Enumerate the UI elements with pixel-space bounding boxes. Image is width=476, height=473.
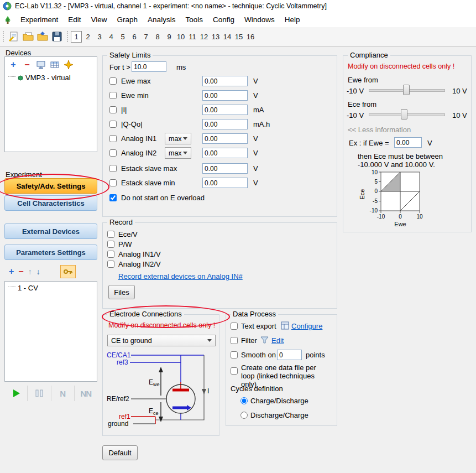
device-table-icon[interactable] bbox=[49, 59, 61, 70]
configure-link[interactable]: Configure bbox=[291, 322, 322, 330]
electrode-mode-select[interactable]: CE to ground bbox=[107, 335, 216, 346]
menu-config[interactable]: Config bbox=[208, 13, 239, 26]
channel-5-button[interactable]: 5 bbox=[117, 31, 128, 43]
channel-10-button[interactable]: 10 bbox=[175, 31, 186, 43]
analog-in1-value[interactable] bbox=[202, 133, 248, 144]
device-tree-item[interactable]: VMP3 - virtual bbox=[5, 71, 97, 84]
add-device-icon[interactable]: + bbox=[7, 59, 19, 70]
channel-11-button[interactable]: 11 bbox=[187, 31, 198, 43]
device-monitor-icon[interactable] bbox=[35, 59, 47, 70]
slider-thumb[interactable] bbox=[403, 85, 410, 95]
child-window-icon[interactable] bbox=[3, 15, 12, 24]
estack-slave-max-checkbox[interactable] bbox=[109, 165, 117, 172]
example-ewe-input[interactable] bbox=[394, 137, 422, 148]
channel-12-button[interactable]: 12 bbox=[198, 31, 210, 43]
record-ece-checkbox[interactable] bbox=[107, 231, 114, 238]
move-down-icon[interactable]: ↓ bbox=[36, 267, 40, 276]
per-loop-checkbox[interactable] bbox=[231, 367, 238, 375]
channel-9-button[interactable]: 9 bbox=[164, 31, 175, 43]
current-limit-value[interactable] bbox=[202, 105, 248, 115]
files-button[interactable]: Files bbox=[108, 285, 135, 299]
cell-characteristics-button[interactable]: Cell Characteristics bbox=[4, 195, 97, 211]
channel-1-button[interactable]: 1 bbox=[71, 31, 82, 43]
channel-14-button[interactable]: 14 bbox=[222, 31, 233, 43]
filter-checkbox[interactable] bbox=[231, 337, 238, 344]
analog-in2-mode-select[interactable]: max bbox=[165, 147, 191, 159]
charge-limit-value[interactable] bbox=[202, 119, 248, 129]
record-external-devices-link[interactable]: Record external devices on Analog IN# bbox=[118, 272, 243, 280]
open-experiment-button[interactable] bbox=[21, 29, 35, 44]
ece-from-slider[interactable] bbox=[369, 109, 445, 119]
device-flash-icon[interactable] bbox=[62, 59, 75, 70]
ewe-min-checkbox[interactable] bbox=[109, 92, 117, 99]
channel-15-button[interactable]: 15 bbox=[233, 31, 244, 43]
analog-in1-mode-select[interactable]: max bbox=[165, 133, 191, 144]
default-button[interactable]: Default bbox=[102, 445, 138, 460]
menu-experiment[interactable]: Experiment bbox=[15, 13, 63, 26]
save-button[interactable] bbox=[50, 29, 64, 44]
re-ref2-label: RE/ref2 bbox=[107, 395, 129, 403]
text-export-checkbox[interactable] bbox=[231, 323, 238, 330]
menu-analysis[interactable]: Analysis bbox=[143, 13, 180, 26]
menu-edit[interactable]: Edit bbox=[63, 13, 86, 26]
next-technique-button[interactable]: N bbox=[51, 386, 75, 401]
current-limit-checkbox[interactable] bbox=[109, 106, 117, 113]
pause-button[interactable] bbox=[28, 386, 51, 401]
edit-filter-link[interactable]: Edit bbox=[271, 336, 284, 345]
technique-tree-item[interactable]: 1 - CV bbox=[5, 282, 97, 294]
go-to-end-button[interactable]: NN bbox=[75, 386, 97, 401]
channel-7-button[interactable]: 7 bbox=[140, 31, 151, 43]
analog-in1-checkbox[interactable] bbox=[109, 135, 117, 142]
compliance-group: Compliance Modify on disconnected cells … bbox=[343, 55, 472, 232]
load-settings-button[interactable] bbox=[35, 29, 50, 44]
analog-in2-checkbox[interactable] bbox=[109, 149, 117, 157]
record-power-checkbox[interactable] bbox=[107, 241, 114, 248]
move-up-icon[interactable]: ↑ bbox=[28, 267, 32, 276]
smooth-checkbox[interactable] bbox=[231, 351, 238, 358]
estack-slave-min-value[interactable] bbox=[202, 178, 248, 188]
slider-thumb[interactable] bbox=[401, 109, 407, 119]
add-technique-icon[interactable]: + bbox=[9, 267, 14, 276]
key-button[interactable] bbox=[60, 265, 76, 278]
channel-8-button[interactable]: 8 bbox=[152, 31, 163, 43]
toolbar-grip[interactable] bbox=[3, 31, 4, 42]
channel-16-button[interactable]: 16 bbox=[245, 31, 256, 43]
smooth-points-input[interactable] bbox=[277, 350, 302, 360]
new-settings-button[interactable] bbox=[7, 29, 21, 44]
less-information-link[interactable]: << Less information bbox=[348, 126, 411, 134]
external-devices-button[interactable]: External Devices bbox=[4, 223, 97, 239]
for-t-input[interactable] bbox=[132, 61, 166, 72]
remove-device-icon[interactable]: − bbox=[21, 59, 33, 70]
estack-slave-max-value[interactable] bbox=[202, 163, 248, 174]
titlebar: EC-Lab V11.32 - [VMP3 - virtual, channel… bbox=[0, 0, 476, 12]
channel-3-button[interactable]: 3 bbox=[94, 31, 105, 43]
menu-view[interactable]: View bbox=[86, 13, 112, 26]
analog-in2-label: Analog IN2 bbox=[121, 149, 156, 157]
ewe-max-value[interactable] bbox=[202, 76, 248, 86]
record-analog-in1-checkbox[interactable] bbox=[107, 251, 114, 258]
charge-limit-checkbox[interactable] bbox=[109, 121, 117, 128]
menu-help[interactable]: Help bbox=[280, 13, 305, 26]
toolbar-grip-2[interactable] bbox=[67, 31, 68, 42]
overload-checkbox[interactable] bbox=[109, 194, 117, 201]
ewe-max-checkbox[interactable] bbox=[109, 77, 117, 85]
discharge-charge-radio[interactable] bbox=[240, 412, 248, 419]
analog-in2-value[interactable] bbox=[202, 148, 248, 158]
ewe-from-slider[interactable] bbox=[369, 85, 445, 95]
parameters-settings-button[interactable]: Parameters Settings bbox=[4, 245, 97, 260]
safety-adv-settings-button[interactable]: Safety/Adv. Settings bbox=[4, 178, 97, 194]
menu-tools[interactable]: Tools bbox=[180, 13, 208, 26]
menu-windows[interactable]: Windows bbox=[239, 13, 280, 26]
channel-4-button[interactable]: 4 bbox=[106, 31, 117, 43]
remove-technique-icon[interactable]: − bbox=[18, 267, 23, 276]
ewe-min-value[interactable] bbox=[202, 90, 248, 101]
channel-2-button[interactable]: 2 bbox=[82, 31, 93, 43]
channel-6-button[interactable]: 6 bbox=[129, 31, 140, 43]
record-analog-in2-checkbox[interactable] bbox=[107, 261, 114, 268]
menu-graph[interactable]: Graph bbox=[112, 13, 143, 26]
estack-slave-min-checkbox[interactable] bbox=[109, 179, 117, 186]
channel-13-button[interactable]: 13 bbox=[210, 31, 221, 43]
play-button[interactable] bbox=[4, 386, 28, 401]
main-toolbar: 1 2 3 4 5 6 7 8 9 10 11 12 13 14 15 16 bbox=[0, 27, 476, 46]
charge-discharge-radio[interactable] bbox=[240, 397, 248, 404]
